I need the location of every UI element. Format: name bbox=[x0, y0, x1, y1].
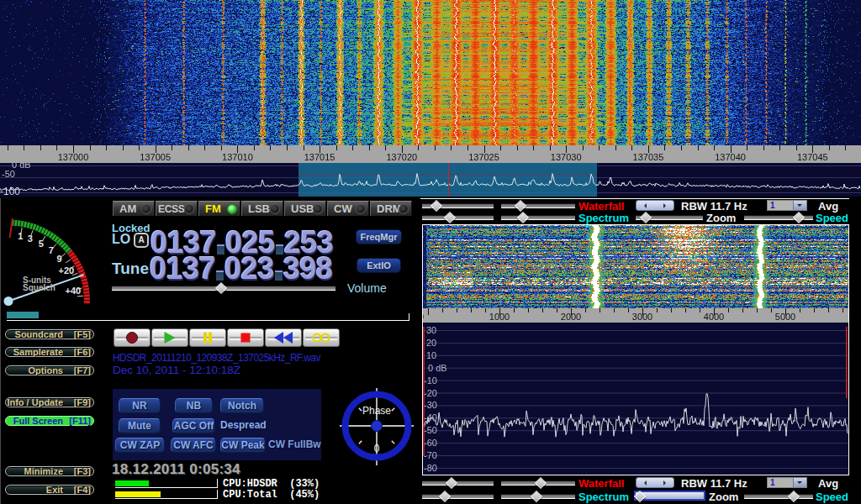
svg-text:+20: +20 bbox=[59, 265, 75, 276]
svg-text:0: 0 bbox=[374, 443, 380, 454]
svg-text:Phase: Phase bbox=[362, 405, 391, 417]
svg-text:9: 9 bbox=[56, 254, 61, 264]
svg-text:+40: +40 bbox=[66, 286, 82, 296]
svg-text:3: 3 bbox=[28, 234, 33, 244]
svg-text:1: 1 bbox=[18, 231, 23, 241]
svg-text:5: 5 bbox=[39, 239, 44, 249]
svg-text:7: 7 bbox=[49, 245, 54, 255]
